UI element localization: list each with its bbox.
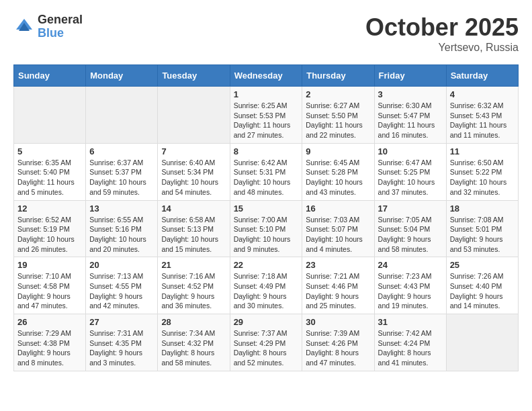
logo-general: General	[38, 13, 83, 27]
day-number: 21	[161, 260, 226, 270]
day-cell: 30Sunrise: 7:39 AM Sunset: 4:26 PM Dayli…	[302, 314, 374, 371]
day-info: Sunrise: 6:50 AM Sunset: 5:22 PM Dayligh…	[450, 158, 515, 197]
weekday-tuesday: Tuesday	[158, 65, 230, 87]
day-number: 25	[450, 260, 515, 270]
day-cell: 11Sunrise: 6:50 AM Sunset: 5:22 PM Dayli…	[446, 143, 518, 200]
day-number: 11	[450, 146, 515, 156]
weekday-thursday: Thursday	[302, 65, 374, 87]
day-cell: 23Sunrise: 7:21 AM Sunset: 4:46 PM Dayli…	[302, 257, 374, 314]
day-info: Sunrise: 6:30 AM Sunset: 5:47 PM Dayligh…	[378, 101, 443, 140]
day-info: Sunrise: 7:13 AM Sunset: 4:55 PM Dayligh…	[89, 271, 154, 311]
day-cell: 19Sunrise: 7:10 AM Sunset: 4:58 PM Dayli…	[14, 257, 86, 314]
day-number: 7	[161, 146, 226, 156]
day-info: Sunrise: 6:42 AM Sunset: 5:31 PM Dayligh…	[234, 158, 299, 197]
week-row-3: 12Sunrise: 6:52 AM Sunset: 5:19 PM Dayli…	[14, 200, 519, 257]
day-info: Sunrise: 7:29 AM Sunset: 4:38 PM Dayligh…	[17, 328, 82, 368]
day-info: Sunrise: 7:23 AM Sunset: 4:43 PM Dayligh…	[378, 271, 443, 311]
day-cell	[14, 87, 86, 144]
week-row-2: 5Sunrise: 6:35 AM Sunset: 5:40 PM Daylig…	[14, 143, 519, 200]
week-row-5: 26Sunrise: 7:29 AM Sunset: 4:38 PM Dayli…	[14, 314, 519, 371]
day-info: Sunrise: 7:16 AM Sunset: 4:52 PM Dayligh…	[161, 271, 226, 311]
day-number: 29	[234, 317, 299, 327]
day-number: 27	[89, 317, 154, 327]
calendar: SundayMondayTuesdayWednesdayThursdayFrid…	[13, 64, 519, 371]
day-number: 22	[234, 260, 299, 270]
day-cell: 21Sunrise: 7:16 AM Sunset: 4:52 PM Dayli…	[158, 257, 230, 314]
day-number: 6	[89, 146, 154, 156]
day-cell: 15Sunrise: 7:00 AM Sunset: 5:10 PM Dayli…	[230, 200, 302, 257]
day-cell: 25Sunrise: 7:26 AM Sunset: 4:40 PM Dayli…	[446, 257, 518, 314]
day-cell: 20Sunrise: 7:13 AM Sunset: 4:55 PM Dayli…	[86, 257, 158, 314]
day-info: Sunrise: 7:10 AM Sunset: 4:58 PM Dayligh…	[17, 271, 82, 311]
day-cell: 7Sunrise: 6:40 AM Sunset: 5:34 PM Daylig…	[158, 143, 230, 200]
weekday-monday: Monday	[86, 65, 158, 87]
day-cell	[158, 87, 230, 144]
day-cell: 16Sunrise: 7:03 AM Sunset: 5:07 PM Dayli…	[302, 200, 374, 257]
title-block: October 2025 Yertsevo, Russia	[365, 13, 519, 54]
logo-blue: Blue	[38, 27, 83, 40]
logo: General Blue	[13, 13, 83, 40]
logo-icon	[13, 16, 35, 38]
day-info: Sunrise: 7:26 AM Sunset: 4:40 PM Dayligh…	[450, 271, 515, 311]
day-cell: 31Sunrise: 7:42 AM Sunset: 4:24 PM Dayli…	[374, 314, 446, 371]
day-cell: 1Sunrise: 6:25 AM Sunset: 5:53 PM Daylig…	[230, 87, 302, 144]
weekday-sunday: Sunday	[14, 65, 86, 87]
day-cell: 14Sunrise: 6:58 AM Sunset: 5:13 PM Dayli…	[158, 200, 230, 257]
day-info: Sunrise: 6:27 AM Sunset: 5:50 PM Dayligh…	[306, 101, 370, 140]
day-number: 12	[17, 203, 82, 214]
page-header: General Blue October 2025 Yertsevo, Russ…	[13, 13, 519, 54]
day-info: Sunrise: 6:40 AM Sunset: 5:34 PM Dayligh…	[161, 158, 226, 197]
day-number: 23	[306, 260, 370, 270]
day-info: Sunrise: 7:21 AM Sunset: 4:46 PM Dayligh…	[306, 271, 370, 311]
day-cell	[446, 314, 518, 371]
day-number: 14	[161, 203, 226, 214]
day-info: Sunrise: 7:05 AM Sunset: 5:04 PM Dayligh…	[378, 215, 443, 255]
day-info: Sunrise: 6:52 AM Sunset: 5:19 PM Dayligh…	[17, 215, 82, 255]
day-info: Sunrise: 7:00 AM Sunset: 5:10 PM Dayligh…	[234, 215, 299, 255]
day-cell: 28Sunrise: 7:34 AM Sunset: 4:32 PM Dayli…	[158, 314, 230, 371]
day-cell: 27Sunrise: 7:31 AM Sunset: 4:35 PM Dayli…	[86, 314, 158, 371]
day-info: Sunrise: 7:42 AM Sunset: 4:24 PM Dayligh…	[378, 328, 443, 368]
day-cell: 3Sunrise: 6:30 AM Sunset: 5:47 PM Daylig…	[374, 87, 446, 144]
day-number: 20	[89, 260, 154, 270]
day-info: Sunrise: 6:32 AM Sunset: 5:43 PM Dayligh…	[450, 101, 515, 140]
day-number: 13	[89, 203, 154, 214]
weekday-header-row: SundayMondayTuesdayWednesdayThursdayFrid…	[14, 65, 519, 87]
day-info: Sunrise: 7:18 AM Sunset: 4:49 PM Dayligh…	[234, 271, 299, 311]
day-number: 4	[450, 89, 515, 99]
day-number: 17	[378, 203, 443, 214]
day-cell: 10Sunrise: 6:47 AM Sunset: 5:25 PM Dayli…	[374, 143, 446, 200]
day-info: Sunrise: 6:47 AM Sunset: 5:25 PM Dayligh…	[378, 158, 443, 197]
weekday-friday: Friday	[374, 65, 446, 87]
day-number: 5	[17, 146, 82, 156]
day-cell: 17Sunrise: 7:05 AM Sunset: 5:04 PM Dayli…	[374, 200, 446, 257]
day-cell: 24Sunrise: 7:23 AM Sunset: 4:43 PM Dayli…	[374, 257, 446, 314]
logo-text: General Blue	[38, 13, 83, 40]
day-info: Sunrise: 7:37 AM Sunset: 4:29 PM Dayligh…	[234, 328, 299, 368]
day-info: Sunrise: 7:39 AM Sunset: 4:26 PM Dayligh…	[306, 328, 370, 368]
day-cell: 8Sunrise: 6:42 AM Sunset: 5:31 PM Daylig…	[230, 143, 302, 200]
day-number: 16	[306, 203, 370, 214]
day-cell: 26Sunrise: 7:29 AM Sunset: 4:38 PM Dayli…	[14, 314, 86, 371]
day-number: 18	[450, 203, 515, 214]
day-number: 10	[378, 146, 443, 156]
day-cell: 12Sunrise: 6:52 AM Sunset: 5:19 PM Dayli…	[14, 200, 86, 257]
weekday-saturday: Saturday	[446, 65, 518, 87]
day-number: 28	[161, 317, 226, 327]
day-info: Sunrise: 6:25 AM Sunset: 5:53 PM Dayligh…	[234, 101, 299, 140]
day-cell: 29Sunrise: 7:37 AM Sunset: 4:29 PM Dayli…	[230, 314, 302, 371]
day-cell: 6Sunrise: 6:37 AM Sunset: 5:37 PM Daylig…	[86, 143, 158, 200]
month-title: October 2025	[365, 13, 519, 42]
day-info: Sunrise: 7:03 AM Sunset: 5:07 PM Dayligh…	[306, 215, 370, 255]
day-info: Sunrise: 6:58 AM Sunset: 5:13 PM Dayligh…	[161, 215, 226, 255]
day-number: 15	[234, 203, 299, 214]
day-number: 24	[378, 260, 443, 270]
day-cell: 18Sunrise: 7:08 AM Sunset: 5:01 PM Dayli…	[446, 200, 518, 257]
week-row-4: 19Sunrise: 7:10 AM Sunset: 4:58 PM Dayli…	[14, 257, 519, 314]
day-info: Sunrise: 7:08 AM Sunset: 5:01 PM Dayligh…	[450, 215, 515, 255]
day-number: 26	[17, 317, 82, 327]
week-row-1: 1Sunrise: 6:25 AM Sunset: 5:53 PM Daylig…	[14, 87, 519, 144]
day-info: Sunrise: 6:45 AM Sunset: 5:28 PM Dayligh…	[306, 158, 370, 197]
day-cell: 4Sunrise: 6:32 AM Sunset: 5:43 PM Daylig…	[446, 87, 518, 144]
day-number: 3	[378, 89, 443, 99]
